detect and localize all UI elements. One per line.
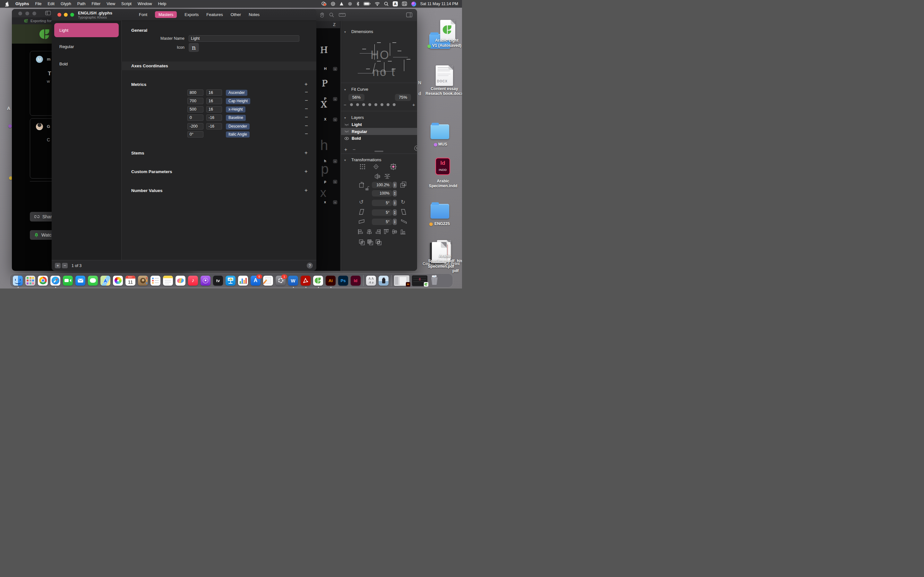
- battery-status-icon[interactable]: [363, 2, 371, 6]
- dock-wallpaper-icon[interactable]: [379, 276, 389, 285]
- input-source-icon[interactable]: A: [393, 1, 398, 6]
- boolean-union-icon[interactable]: [359, 239, 365, 245]
- metric-value-input[interactable]: 0°: [187, 131, 204, 137]
- add-layer-button[interactable]: +: [344, 147, 347, 153]
- flip-vertical-icon[interactable]: [384, 174, 391, 179]
- hand-tool-icon[interactable]: [320, 13, 325, 18]
- filter-menu-icon[interactable]: [414, 145, 417, 151]
- dock-trash-icon[interactable]: [430, 275, 439, 286]
- dialog-titlebar[interactable]: ENGLISH .glyphs Typographic Khoos Font M…: [52, 9, 317, 21]
- dock-maps-icon[interactable]: [100, 276, 110, 285]
- sidebar-toggle-icon[interactable]: [45, 11, 51, 15]
- metric-overshoot-input[interactable]: -16: [206, 123, 222, 129]
- fit-curve-dot[interactable]: [381, 103, 383, 106]
- desktop-label[interactable]: Arabic Light: [420, 38, 462, 43]
- dock-word-icon[interactable]: W: [288, 276, 298, 285]
- slant-left-icon[interactable]: [359, 209, 365, 215]
- dock-mail-icon[interactable]: [75, 276, 86, 285]
- glyph-cell-drawing[interactable]: H: [320, 45, 328, 55]
- slant-stepper[interactable]: ▲▼: [393, 210, 397, 216]
- metric-overshoot-input[interactable]: 16: [206, 98, 222, 104]
- skew-left-icon[interactable]: [359, 219, 365, 224]
- metric-value-input[interactable]: 800: [187, 89, 204, 96]
- add-custom-parameter-button[interactable]: +: [304, 169, 308, 174]
- zoom-button[interactable]: [32, 11, 36, 15]
- master-item-light-selected[interactable]: Light: [54, 23, 119, 37]
- add-master-button[interactable]: +: [55, 263, 61, 268]
- siri-icon[interactable]: [411, 2, 416, 6]
- dock-font-book-icon[interactable]: A AA a: [366, 276, 376, 285]
- skew-stepper[interactable]: ▲▼: [393, 219, 397, 225]
- transform-origin-selection-icon[interactable]: [390, 163, 397, 170]
- dock-photoshop-icon[interactable]: Ps: [338, 276, 348, 285]
- dock-notes-icon[interactable]: [163, 276, 173, 285]
- tab-font[interactable]: Font: [139, 12, 147, 17]
- measure-tool-icon[interactable]: [339, 13, 346, 17]
- dock-settings-icon[interactable]: 1: [276, 276, 286, 285]
- metric-value-input[interactable]: 0: [187, 114, 204, 121]
- chevron-down-icon[interactable]: ▾: [344, 30, 346, 34]
- remove-layer-button[interactable]: −: [352, 147, 355, 153]
- help-button[interactable]: ?: [307, 263, 313, 269]
- fit-curve-dot[interactable]: [387, 103, 389, 106]
- desktop-folder-eng225[interactable]: [431, 204, 449, 219]
- dock-safari-icon[interactable]: [50, 276, 60, 285]
- chevron-down-icon[interactable]: ▾: [344, 158, 346, 162]
- fit-curve-dot[interactable]: [362, 103, 365, 106]
- master-item-regular[interactable]: Regular: [59, 44, 74, 49]
- scale-down-icon[interactable]: [359, 181, 365, 188]
- screen-record-status-icon[interactable]: [321, 2, 326, 6]
- metric-overshoot-input[interactable]: 16: [206, 106, 222, 113]
- close-button[interactable]: [57, 13, 61, 17]
- skew-field[interactable]: 5°: [372, 219, 392, 225]
- control-center-icon[interactable]: [402, 2, 407, 6]
- align-top-icon[interactable]: [383, 229, 389, 235]
- remove-master-button[interactable]: −: [62, 263, 68, 268]
- menu-item-glyph[interactable]: Glyph: [61, 2, 71, 6]
- glyph-cell-drawing[interactable]: P: [322, 78, 328, 88]
- desktop-file-indd[interactable]: Id INDD: [435, 158, 450, 175]
- drag-handle[interactable]: [375, 151, 383, 152]
- fit-curve-dot[interactable]: [368, 103, 371, 106]
- dock-podcasts-icon[interactable]: [200, 276, 210, 285]
- fit-curve-max-field[interactable]: 75%: [395, 94, 411, 101]
- zoom-tool-icon[interactable]: [329, 13, 334, 17]
- master-item-bold[interactable]: Bold: [59, 61, 68, 66]
- menu-item-help[interactable]: Help: [158, 2, 166, 6]
- dock-keynote-icon[interactable]: [226, 276, 236, 285]
- spotlight-search-icon[interactable]: [384, 2, 389, 6]
- skew-right-icon[interactable]: [401, 219, 407, 224]
- remove-metric-button[interactable]: −: [305, 123, 308, 129]
- lock-open-icon[interactable]: [365, 186, 369, 191]
- menu-clock[interactable]: Sat 11 May 11:14 PM: [420, 2, 458, 6]
- metric-value-input[interactable]: 500: [187, 106, 204, 113]
- globe-status-icon[interactable]: [348, 2, 352, 6]
- metric-value-input[interactable]: 700: [187, 98, 204, 104]
- eye-open-icon[interactable]: [344, 137, 349, 140]
- dock-glyphs-icon[interactable]: [313, 276, 323, 285]
- chevron-down-icon[interactable]: ▾: [344, 88, 346, 91]
- align-right-icon[interactable]: [375, 229, 381, 235]
- align-bottom-icon[interactable]: [400, 229, 406, 235]
- glyph-cell-drawing[interactable]: x: [320, 186, 326, 200]
- tab-masters-active[interactable]: Masters: [155, 11, 177, 18]
- boolean-subtract-icon[interactable]: [367, 239, 373, 245]
- desktop-file-glyphs-icon[interactable]: [440, 20, 455, 40]
- zoom-button[interactable]: [70, 13, 74, 17]
- align-center-h-icon[interactable]: [367, 229, 372, 235]
- tab-notes[interactable]: Notes: [249, 12, 260, 17]
- slant-field[interactable]: 5°: [372, 210, 392, 216]
- fit-curve-min-field[interactable]: 56%: [349, 94, 365, 101]
- apple-menu-icon[interactable]: [5, 2, 9, 6]
- minimize-button[interactable]: [25, 11, 29, 15]
- layer-row-regular-selected[interactable]: Regular: [341, 128, 417, 135]
- dock-finder-icon[interactable]: [13, 276, 23, 285]
- metric-name-badge[interactable]: Baseline: [226, 115, 246, 121]
- add-metric-button[interactable]: +: [304, 82, 308, 87]
- desktop-file-pdf-stack[interactable]: [429, 239, 455, 268]
- dock-numbers-icon[interactable]: [238, 276, 248, 285]
- fit-curve-minus-button[interactable]: −: [344, 102, 346, 107]
- dock-launchpad-icon[interactable]: [25, 276, 35, 285]
- fit-curve-header[interactable]: Fit Curve: [351, 87, 368, 92]
- tab-z-label[interactable]: Z: [333, 22, 336, 27]
